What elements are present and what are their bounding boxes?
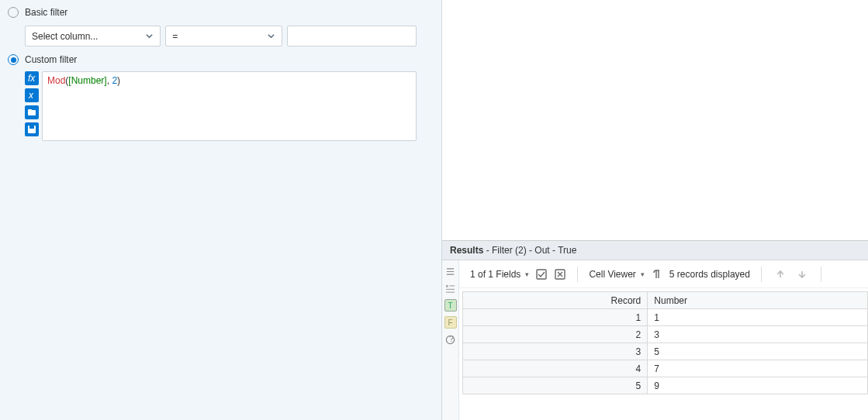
- results-main: 1 of 1 Fields ▾ Cell Viewer ▾ 5 records …: [459, 260, 868, 420]
- arrow-up-icon[interactable]: [773, 267, 788, 282]
- operator-dropdown[interactable]: =: [165, 26, 282, 46]
- results-title: Results: [450, 245, 483, 256]
- svg-rect-14: [537, 270, 546, 279]
- check-icon[interactable]: [535, 268, 548, 281]
- table-row[interactable]: 47: [463, 360, 868, 377]
- results-side-tabs: T F ?: [442, 260, 459, 420]
- pilcrow-icon[interactable]: [651, 268, 663, 281]
- records-displayed: 5 records displayed: [669, 269, 750, 280]
- table-row[interactable]: 59: [463, 377, 868, 394]
- right-panel: T F Mod([Number], 2) Results - Filter (2…: [442, 0, 868, 420]
- basic-filter-row: Select column... =: [0, 21, 441, 51]
- cell-viewer-label: Cell Viewer: [589, 269, 635, 280]
- variable-icon[interactable]: x: [25, 88, 39, 102]
- separator: [761, 267, 762, 282]
- folder-icon[interactable]: [25, 105, 39, 119]
- basic-filter-option[interactable]: Basic filter: [0, 4, 441, 21]
- column-placeholder: Select column...: [32, 31, 98, 42]
- custom-filter-label: Custom filter: [25, 54, 77, 65]
- svg-rect-5: [29, 126, 34, 129]
- col-number[interactable]: Number: [648, 292, 868, 309]
- list-icon[interactable]: [444, 265, 457, 277]
- cell-viewer-dropdown[interactable]: Cell Viewer ▾: [589, 269, 644, 280]
- results-panel: Results - Filter (2) - Out - True T F ? …: [442, 240, 868, 420]
- svg-text:fx: fx: [28, 74, 36, 83]
- chevron-down-icon: [144, 32, 154, 41]
- value-input[interactable]: [287, 26, 417, 46]
- fields-text: 1 of 1 Fields: [470, 269, 520, 280]
- svg-rect-11: [446, 284, 448, 287]
- expr-col: [Number]: [68, 75, 106, 86]
- svg-rect-3: [28, 109, 32, 111]
- results-body: T F ? 1 of 1 Fields ▾ Cell Viewer ▾: [442, 260, 868, 420]
- expression-tool-column: fx x: [25, 71, 39, 136]
- custom-filter-option[interactable]: Custom filter: [0, 51, 441, 68]
- column-dropdown[interactable]: Select column...: [25, 26, 161, 46]
- expression-editor[interactable]: Mod([Number], 2): [42, 71, 417, 141]
- help-icon[interactable]: ?: [444, 333, 457, 346]
- radio-custom[interactable]: [8, 54, 19, 65]
- caret-down-icon: ▾: [641, 270, 645, 278]
- config-panel: Basic filter Select column... = Custom f…: [0, 0, 442, 420]
- svg-text:x: x: [28, 91, 34, 100]
- results-subtitle: - Filter (2) - Out - True: [483, 245, 576, 256]
- radio-basic[interactable]: [8, 7, 19, 18]
- results-toolbar: 1 of 1 Fields ▾ Cell Viewer ▾ 5 records …: [459, 260, 868, 288]
- svg-text:?: ?: [449, 335, 454, 343]
- table-row[interactable]: 35: [463, 343, 868, 360]
- separator: [577, 267, 578, 282]
- separator: [821, 267, 821, 282]
- table-row[interactable]: 11: [463, 309, 868, 326]
- table-row[interactable]: 23: [463, 326, 868, 343]
- custom-filter-row: fx x Mod([Number], 2): [0, 68, 441, 141]
- operator-value: =: [172, 31, 178, 42]
- grid-list-icon[interactable]: [444, 282, 457, 294]
- save-icon[interactable]: [25, 122, 39, 136]
- clear-icon[interactable]: [554, 268, 566, 281]
- caret-down-icon: ▾: [525, 270, 529, 278]
- svg-rect-2: [28, 110, 36, 115]
- basic-filter-label: Basic filter: [25, 7, 67, 18]
- results-table: Record Number 11 23 35 47 59: [462, 291, 868, 394]
- arrow-down-icon[interactable]: [794, 267, 810, 282]
- fields-dropdown[interactable]: 1 of 1 Fields ▾: [470, 269, 529, 280]
- expr-fn: Mod: [47, 75, 65, 86]
- false-output-tab[interactable]: F: [444, 316, 457, 329]
- results-header: Results - Filter (2) - Out - True: [442, 241, 868, 260]
- true-output-tab[interactable]: T: [444, 299, 457, 312]
- chevron-down-icon: [266, 32, 275, 41]
- fx-icon[interactable]: fx: [25, 71, 39, 85]
- col-record[interactable]: Record: [463, 292, 648, 309]
- workflow-canvas[interactable]: T F Mod([Number], 2): [442, 0, 868, 240]
